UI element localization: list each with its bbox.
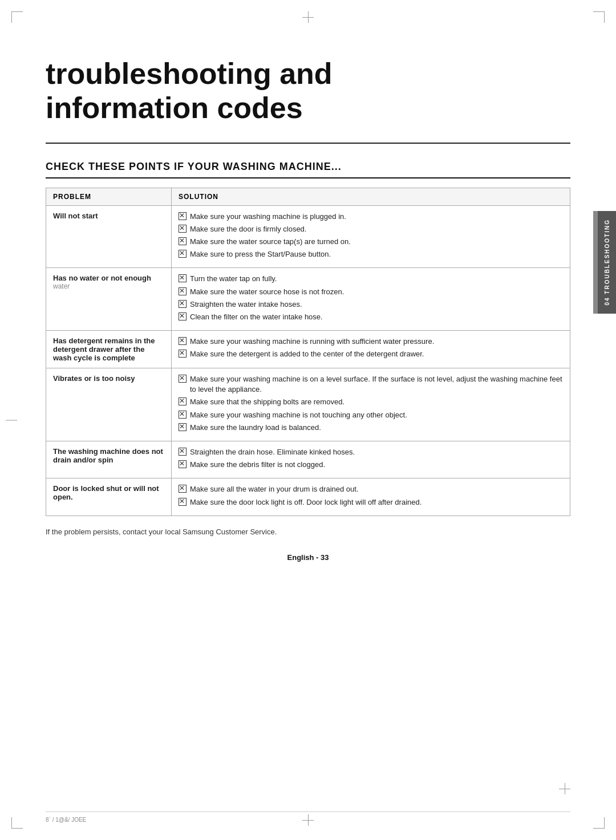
checkbox-icon xyxy=(179,313,187,320)
solution-cell: Make sure your washing machine is on a l… xyxy=(172,368,570,441)
check-item: Make sure the water source hose is not f… xyxy=(179,287,563,297)
checkbox-icon xyxy=(179,411,187,419)
problem-cell: Vibrates or is too noisy xyxy=(46,368,172,441)
bottom-footer: 8` / 1@&/ JOEE xyxy=(46,811,570,823)
check-text: Make sure your washing machine is on a l… xyxy=(190,374,563,395)
table-row: Has no water or not enoughwaterTurn the … xyxy=(46,268,570,331)
table-row: The washing machine does not drain and/o… xyxy=(46,441,570,478)
corner-mark-bottom-left xyxy=(11,817,23,829)
check-item: Make sure the laundry load is balanced. xyxy=(179,423,563,433)
check-text: Make sure the door lock light is off. Do… xyxy=(190,497,422,508)
bottom-crosshair-icon xyxy=(302,814,314,826)
check-text: Make sure all the water in your drum is … xyxy=(190,484,359,494)
check-item: Make sure your washing machine is not to… xyxy=(179,410,563,420)
solution-cell: Make sure all the water in your drum is … xyxy=(172,478,570,516)
check-text: Make sure your washing machine is plugge… xyxy=(190,212,346,222)
checkbox-icon xyxy=(179,212,187,220)
check-text: Make sure your washing machine is not to… xyxy=(190,410,407,420)
table-row: Has detergent remains in the detergent d… xyxy=(46,331,570,368)
problem-cell: Door is locked shut or will not open. xyxy=(46,478,172,516)
check-item: Straighten the water intake hoses. xyxy=(179,299,563,310)
check-item: Make sure the door is firmly closed. xyxy=(179,224,563,234)
solution-cell: Straighten the drain hose. Eliminate kin… xyxy=(172,441,570,478)
bottom-footer-left-text: 8` / 1@&/ JOEE xyxy=(46,817,86,823)
checkbox-icon xyxy=(179,274,187,282)
check-text: Make sure the laundry load is balanced. xyxy=(190,423,321,433)
check-item: Make sure to press the Start/Pause butto… xyxy=(179,249,563,259)
check-text: Make sure the water source tap(s) are tu… xyxy=(190,237,351,247)
checkbox-icon xyxy=(179,337,187,345)
check-item: Make sure that the shipping bolts are re… xyxy=(179,397,563,407)
sidebar-tab-label: 04 TROUBLESHOOTING xyxy=(604,219,610,306)
footer-note: If the problem persists, contact your lo… xyxy=(46,527,570,536)
checkbox-icon xyxy=(179,397,187,405)
solution-cell: Turn the water tap on fully.Make sure th… xyxy=(172,268,570,331)
check-item: Make sure your washing machine is runnin… xyxy=(179,336,563,347)
sidebar-tab: 04 TROUBLESHOOTING xyxy=(598,211,616,314)
check-item: Make sure your washing machine is plugge… xyxy=(179,212,563,222)
left-mark xyxy=(6,420,17,420)
table-row: Will not startMake sure your washing mac… xyxy=(46,205,570,268)
solution-cell: Make sure your washing machine is runnin… xyxy=(172,331,570,368)
check-text: Make sure your washing machine is runnin… xyxy=(190,336,434,347)
troubleshooting-table: PROBLEM SOLUTION Will not startMake sure… xyxy=(46,188,570,516)
check-item: Make sure all the water in your drum is … xyxy=(179,484,563,494)
corner-mark-top-right xyxy=(593,11,605,23)
checkbox-icon xyxy=(179,423,187,431)
check-text: Make sure to press the Start/Pause butto… xyxy=(190,249,331,259)
checkbox-icon xyxy=(179,485,187,493)
page-number: English - 33 xyxy=(46,553,570,562)
check-item: Make sure the debris filter is not clogg… xyxy=(179,460,563,470)
checkbox-icon xyxy=(179,350,187,358)
problem-cell: Has no water or not enoughwater xyxy=(46,268,172,331)
check-item: Make sure your washing machine is on a l… xyxy=(179,374,563,395)
checkbox-icon xyxy=(179,498,187,506)
right-decorative-mark xyxy=(593,211,598,314)
checkbox-icon xyxy=(179,250,187,258)
top-crosshair xyxy=(302,11,314,23)
check-item: Straighten the drain hose. Eliminate kin… xyxy=(179,447,563,457)
check-text: Make sure the detergent is added to the … xyxy=(190,349,424,359)
bottom-right-crosshair xyxy=(559,783,570,794)
section-heading: CHECK THESE POINTS IF YOUR WASHING MACHI… xyxy=(46,161,570,178)
check-item: Make sure the water source tap(s) are tu… xyxy=(179,237,563,247)
problem-cell: Will not start xyxy=(46,205,172,268)
check-text: Make sure the door is firmly closed. xyxy=(190,224,306,234)
col-problem-header: PROBLEM xyxy=(46,188,172,205)
title-divider xyxy=(46,143,570,144)
check-text: Turn the water tap on fully. xyxy=(190,274,277,284)
checkbox-icon xyxy=(179,375,187,383)
corner-mark-top-left xyxy=(11,11,23,23)
check-item: Make sure the detergent is added to the … xyxy=(179,349,563,359)
checkbox-icon xyxy=(179,448,187,456)
check-text: Make sure the debris filter is not clogg… xyxy=(190,460,325,470)
col-solution-header: SOLUTION xyxy=(172,188,570,205)
page-title: troubleshooting and information codes xyxy=(46,57,570,125)
checkbox-icon xyxy=(179,460,187,468)
solution-cell: Make sure your washing machine is plugge… xyxy=(172,205,570,268)
page: 04 TROUBLESHOOTING troubleshooting and i… xyxy=(0,0,616,840)
checkbox-icon xyxy=(179,300,187,308)
sub-label: water xyxy=(53,282,164,290)
check-text: Clean the filter on the water intake hos… xyxy=(190,312,323,322)
corner-mark-bottom-right xyxy=(593,817,605,829)
check-item: Clean the filter on the water intake hos… xyxy=(179,312,563,322)
check-text: Straighten the water intake hoses. xyxy=(190,299,302,310)
check-text: Make sure the water source hose is not f… xyxy=(190,287,344,297)
checkbox-icon xyxy=(179,237,187,245)
bottom-footer-crosshair xyxy=(302,814,314,826)
check-item: Turn the water tap on fully. xyxy=(179,274,563,284)
check-text: Make sure that the shipping bolts are re… xyxy=(190,397,345,407)
problem-cell: Has detergent remains in the detergent d… xyxy=(46,331,172,368)
checkbox-icon xyxy=(179,225,187,233)
check-text: Straighten the drain hose. Eliminate kin… xyxy=(190,447,355,457)
table-row: Door is locked shut or will not open.Mak… xyxy=(46,478,570,516)
check-item: Make sure the door lock light is off. Do… xyxy=(179,497,563,508)
checkbox-icon xyxy=(179,287,187,295)
table-row: Vibrates or is too noisyMake sure your w… xyxy=(46,368,570,441)
problem-cell: The washing machine does not drain and/o… xyxy=(46,441,172,478)
